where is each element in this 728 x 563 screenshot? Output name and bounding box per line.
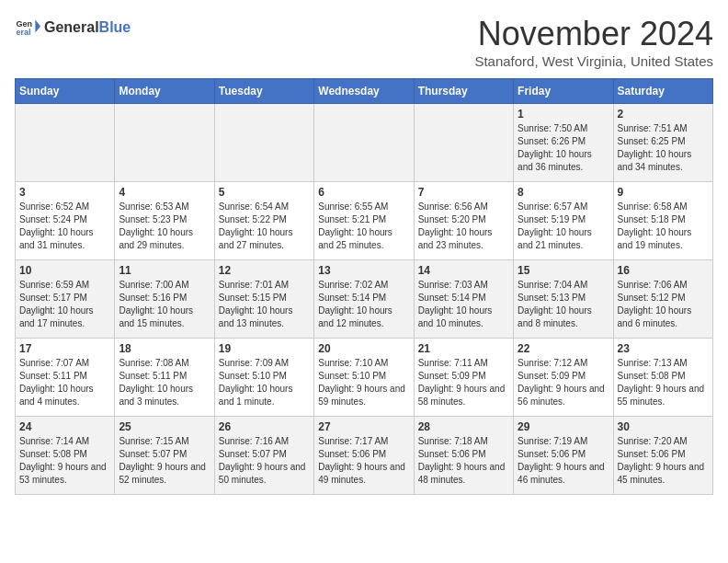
calendar-body: 1Sunrise: 7:50 AM Sunset: 6:26 PM Daylig… — [16, 104, 713, 495]
day-info: Sunrise: 7:01 AM Sunset: 5:15 PM Dayligh… — [219, 279, 310, 330]
day-number: 28 — [418, 420, 509, 433]
day-info: Sunrise: 7:08 AM Sunset: 5:11 PM Dayligh… — [119, 357, 210, 408]
logo-general: General — [44, 19, 99, 35]
day-info: Sunrise: 7:18 AM Sunset: 5:06 PM Dayligh… — [418, 435, 509, 487]
day-info: Sunrise: 7:50 AM Sunset: 6:26 PM Dayligh… — [518, 122, 609, 174]
day-number: 20 — [318, 342, 409, 355]
day-number: 7 — [418, 186, 509, 199]
day-info: Sunrise: 6:54 AM Sunset: 5:22 PM Dayligh… — [219, 201, 310, 252]
day-info: Sunrise: 7:13 AM Sunset: 5:08 PM Dayligh… — [618, 357, 709, 408]
calendar-cell: 25Sunrise: 7:15 AM Sunset: 5:07 PM Dayli… — [115, 417, 214, 495]
calendar-cell: 1Sunrise: 7:50 AM Sunset: 6:26 PM Daylig… — [514, 104, 613, 182]
calendar-cell: 12Sunrise: 7:01 AM Sunset: 5:15 PM Dayli… — [214, 260, 313, 339]
calendar-cell: 8Sunrise: 6:57 AM Sunset: 5:19 PM Daylig… — [514, 182, 613, 260]
day-number: 11 — [119, 264, 210, 277]
day-info: Sunrise: 6:55 AM Sunset: 5:21 PM Dayligh… — [318, 201, 409, 252]
calendar-cell: 17Sunrise: 7:07 AM Sunset: 5:11 PM Dayli… — [16, 339, 115, 417]
calendar-cell: 13Sunrise: 7:02 AM Sunset: 5:14 PM Dayli… — [314, 260, 414, 339]
calendar-cell: 28Sunrise: 7:18 AM Sunset: 5:06 PM Dayli… — [414, 417, 513, 495]
calendar-cell — [214, 104, 313, 182]
logo-icon: Gen eral — [15, 15, 40, 40]
day-info: Sunrise: 6:56 AM Sunset: 5:20 PM Dayligh… — [418, 201, 509, 252]
calendar-cell: 30Sunrise: 7:20 AM Sunset: 5:06 PM Dayli… — [613, 417, 712, 495]
calendar-cell — [16, 104, 115, 182]
calendar-week-2: 3Sunrise: 6:52 AM Sunset: 5:24 PM Daylig… — [16, 182, 713, 260]
calendar-cell: 9Sunrise: 6:58 AM Sunset: 5:18 PM Daylig… — [613, 182, 712, 260]
calendar-cell: 5Sunrise: 6:54 AM Sunset: 5:22 PM Daylig… — [214, 182, 313, 260]
day-info: Sunrise: 7:14 AM Sunset: 5:08 PM Dayligh… — [19, 435, 110, 487]
day-info: Sunrise: 6:59 AM Sunset: 5:17 PM Dayligh… — [19, 279, 110, 330]
day-number: 21 — [418, 342, 509, 355]
weekday-header-saturday: Saturday — [613, 79, 712, 104]
calendar-week-1: 1Sunrise: 7:50 AM Sunset: 6:26 PM Daylig… — [16, 104, 713, 182]
day-number: 17 — [19, 342, 110, 355]
day-number: 5 — [219, 186, 310, 199]
calendar-header: SundayMondayTuesdayWednesdayThursdayFrid… — [16, 79, 713, 104]
day-info: Sunrise: 7:19 AM Sunset: 5:06 PM Dayligh… — [518, 435, 609, 487]
calendar-cell: 21Sunrise: 7:11 AM Sunset: 5:09 PM Dayli… — [414, 339, 513, 417]
calendar-cell: 22Sunrise: 7:12 AM Sunset: 5:09 PM Dayli… — [514, 339, 613, 417]
day-number: 19 — [219, 342, 310, 355]
day-number: 6 — [318, 186, 409, 199]
calendar-cell: 23Sunrise: 7:13 AM Sunset: 5:08 PM Dayli… — [613, 339, 712, 417]
logo: Gen eral GeneralBlue — [15, 15, 131, 40]
day-number: 12 — [219, 264, 310, 277]
day-number: 10 — [19, 264, 110, 277]
day-number: 24 — [19, 420, 110, 433]
day-info: Sunrise: 7:10 AM Sunset: 5:10 PM Dayligh… — [318, 357, 409, 408]
calendar-table: SundayMondayTuesdayWednesdayThursdayFrid… — [15, 78, 713, 495]
weekday-header-sunday: Sunday — [16, 79, 115, 104]
calendar-cell: 26Sunrise: 7:16 AM Sunset: 5:07 PM Dayli… — [214, 417, 313, 495]
day-info: Sunrise: 7:15 AM Sunset: 5:07 PM Dayligh… — [119, 435, 210, 487]
calendar-cell: 16Sunrise: 7:06 AM Sunset: 5:12 PM Dayli… — [613, 260, 712, 339]
calendar-week-4: 17Sunrise: 7:07 AM Sunset: 5:11 PM Dayli… — [16, 339, 713, 417]
day-number: 18 — [119, 342, 210, 355]
day-info: Sunrise: 7:20 AM Sunset: 5:06 PM Dayligh… — [618, 435, 709, 487]
day-info: Sunrise: 6:58 AM Sunset: 5:18 PM Dayligh… — [618, 201, 709, 252]
calendar-cell: 11Sunrise: 7:00 AM Sunset: 5:16 PM Dayli… — [115, 260, 214, 339]
weekday-header-friday: Friday — [514, 79, 613, 104]
calendar-cell: 24Sunrise: 7:14 AM Sunset: 5:08 PM Dayli… — [16, 417, 115, 495]
weekday-header-thursday: Thursday — [414, 79, 513, 104]
day-info: Sunrise: 7:09 AM Sunset: 5:10 PM Dayligh… — [219, 357, 310, 408]
calendar-cell — [414, 104, 513, 182]
calendar-cell: 2Sunrise: 7:51 AM Sunset: 6:25 PM Daylig… — [613, 104, 712, 182]
calendar-cell: 20Sunrise: 7:10 AM Sunset: 5:10 PM Dayli… — [314, 339, 414, 417]
day-number: 23 — [618, 342, 709, 355]
calendar-cell: 4Sunrise: 6:53 AM Sunset: 5:23 PM Daylig… — [115, 182, 214, 260]
svg-text:Gen: Gen — [16, 19, 32, 29]
day-number: 29 — [518, 420, 609, 433]
svg-text:eral: eral — [16, 28, 30, 37]
calendar-cell: 18Sunrise: 7:08 AM Sunset: 5:11 PM Dayli… — [115, 339, 214, 417]
day-info: Sunrise: 7:51 AM Sunset: 6:25 PM Dayligh… — [618, 122, 709, 174]
day-number: 8 — [518, 186, 609, 199]
day-number: 16 — [618, 264, 709, 277]
calendar-cell: 7Sunrise: 6:56 AM Sunset: 5:20 PM Daylig… — [414, 182, 513, 260]
weekday-header-tuesday: Tuesday — [214, 79, 313, 104]
logo-blue: Blue — [99, 19, 131, 35]
calendar-cell — [314, 104, 414, 182]
month-title: November 2024 — [474, 15, 713, 53]
day-info: Sunrise: 7:06 AM Sunset: 5:12 PM Dayligh… — [618, 279, 709, 330]
calendar-cell: 15Sunrise: 7:04 AM Sunset: 5:13 PM Dayli… — [514, 260, 613, 339]
calendar-week-3: 10Sunrise: 6:59 AM Sunset: 5:17 PM Dayli… — [16, 260, 713, 339]
calendar-cell: 14Sunrise: 7:03 AM Sunset: 5:14 PM Dayli… — [414, 260, 513, 339]
weekday-header-monday: Monday — [115, 79, 214, 104]
day-number: 26 — [219, 420, 310, 433]
day-number: 4 — [119, 186, 210, 199]
calendar-cell: 6Sunrise: 6:55 AM Sunset: 5:21 PM Daylig… — [314, 182, 414, 260]
day-info: Sunrise: 7:11 AM Sunset: 5:09 PM Dayligh… — [418, 357, 509, 408]
day-info: Sunrise: 6:57 AM Sunset: 5:19 PM Dayligh… — [518, 201, 609, 252]
calendar-cell: 10Sunrise: 6:59 AM Sunset: 5:17 PM Dayli… — [16, 260, 115, 339]
day-number: 9 — [618, 186, 709, 199]
calendar-cell: 29Sunrise: 7:19 AM Sunset: 5:06 PM Dayli… — [514, 417, 613, 495]
calendar-cell: 27Sunrise: 7:17 AM Sunset: 5:06 PM Dayli… — [314, 417, 414, 495]
calendar-cell: 3Sunrise: 6:52 AM Sunset: 5:24 PM Daylig… — [16, 182, 115, 260]
day-number: 3 — [19, 186, 110, 199]
day-info: Sunrise: 6:53 AM Sunset: 5:23 PM Dayligh… — [119, 201, 210, 252]
day-info: Sunrise: 7:02 AM Sunset: 5:14 PM Dayligh… — [318, 279, 409, 330]
day-number: 30 — [618, 420, 709, 433]
weekday-header-wednesday: Wednesday — [314, 79, 414, 104]
day-info: Sunrise: 7:12 AM Sunset: 5:09 PM Dayligh… — [518, 357, 609, 408]
day-info: Sunrise: 7:03 AM Sunset: 5:14 PM Dayligh… — [418, 279, 509, 330]
